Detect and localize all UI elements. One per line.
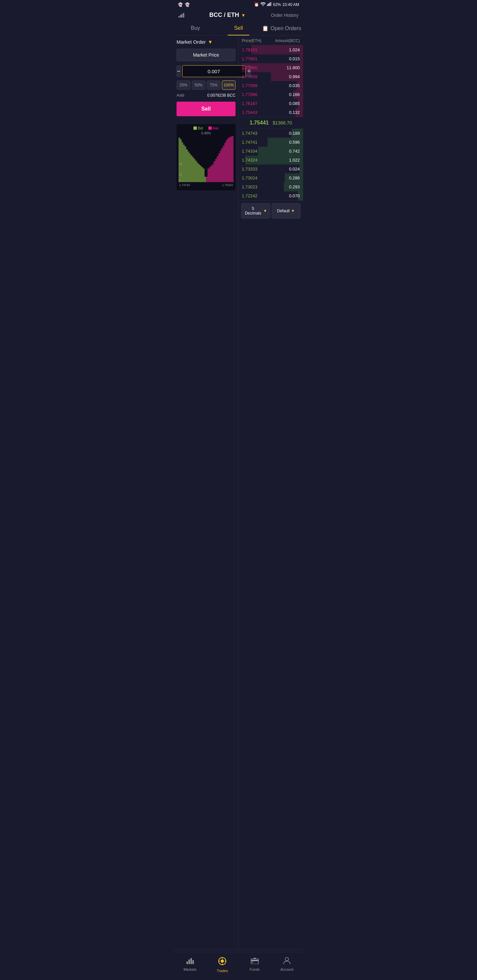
pair-selector[interactable]: BCC / ETH ▼ (209, 11, 246, 19)
bid-row[interactable]: 1.747430.189 (238, 129, 303, 138)
tab-sell[interactable]: Sell (217, 21, 260, 35)
svg-text:0: 0 (179, 179, 181, 182)
orderbook-header: Price(ETH) Amount(BCC) (238, 36, 303, 45)
time-display: 10:40 AM (282, 2, 299, 7)
depth-x-labels: 1.74743 1.75443 (179, 183, 233, 187)
bottom-navigation: Markets Trades Funds (174, 952, 303, 980)
svg-rect-2 (268, 4, 269, 6)
decimals-selector[interactable]: 5 Decimals ▼ (241, 203, 270, 218)
pair-label: BCC / ETH (209, 11, 239, 19)
bid-row[interactable]: 1.747410.596 (238, 138, 303, 147)
default-dropdown-icon: ▼ (291, 208, 295, 213)
svg-marker-6 (179, 137, 206, 182)
ask-row[interactable]: 1.754430.132 (238, 108, 303, 117)
svg-rect-22 (251, 960, 258, 961)
svg-rect-12 (188, 959, 190, 964)
mid-price-value: 1.75441 (249, 120, 269, 126)
amount-header: Amount(BCC) (275, 38, 300, 43)
tab-buy[interactable]: Buy (174, 21, 217, 35)
svg-point-0 (263, 5, 264, 6)
tab-open-orders[interactable]: 📋 Open Orders (260, 21, 303, 35)
svg-rect-4 (270, 2, 271, 6)
ghost-icon: 👻 (178, 2, 183, 7)
svg-point-16 (221, 959, 224, 963)
trades-icon (218, 957, 227, 967)
status-right: ⏰ 62% 10:40 AM (254, 2, 299, 7)
bid-row[interactable]: 1.722420.070 (238, 191, 303, 200)
bid-orders: 1.747430.189 1.747410.596 1.743340.742 1… (238, 129, 303, 200)
market-price-button[interactable]: Market Price (177, 49, 236, 61)
order-form-panel: Market Order ▼ Market Price − + 25% 50% … (174, 36, 238, 950)
svg-text:30: 30 (179, 173, 182, 177)
ask-row[interactable]: 1.761870.085 (238, 99, 303, 108)
ghost2-icon: 👻 (185, 2, 190, 7)
status-left: 👻 👻 (178, 2, 190, 7)
ask-row[interactable]: 1.770860.166 (238, 90, 303, 99)
decimals-bar: 5 Decimals ▼ Default ▼ (238, 200, 303, 221)
signal-bars (267, 2, 272, 7)
bid-legend: Bid (193, 126, 203, 130)
main-content: Market Order ▼ Market Price − + 25% 50% … (174, 36, 303, 950)
alarm-icon: ⏰ (254, 2, 259, 7)
svg-rect-11 (187, 961, 188, 964)
ask-row[interactable]: 1.781011.024 (238, 45, 303, 54)
signal-icon (179, 13, 184, 18)
mid-price-row: 1.75441 $1366.70 (238, 117, 303, 129)
ask-row[interactable]: 1.776590.994 (238, 72, 303, 81)
avbl-value: 0.0078236 BCC (207, 93, 236, 98)
mid-price-usd: $1366.70 (273, 120, 292, 126)
available-balance-row: Avbl 0.0078236 BCC (177, 93, 236, 98)
bid-row[interactable]: 1.733330.024 (238, 165, 303, 173)
bid-row[interactable]: 1.743340.742 (238, 147, 303, 156)
svg-rect-3 (269, 3, 270, 6)
markets-icon (186, 957, 194, 966)
trade-tabs: Buy Sell 📋 Open Orders (174, 21, 303, 36)
percent-50-button[interactable]: 50% (192, 80, 206, 90)
svg-rect-14 (193, 960, 194, 964)
bid-row[interactable]: 1.730230.293 (238, 183, 303, 191)
svg-rect-1 (267, 5, 268, 6)
nav-account[interactable]: Account (271, 955, 303, 975)
nav-funds[interactable]: Funds (238, 955, 271, 975)
funds-label: Funds (249, 967, 260, 971)
svg-text:60: 60 (179, 162, 182, 166)
quantity-row: − + (177, 65, 236, 77)
battery-text: 62% (273, 2, 281, 7)
svg-rect-23 (252, 962, 254, 963)
avbl-label: Avbl (177, 93, 184, 98)
account-label: Account (280, 967, 294, 971)
depth-chart-svg: 60 30 0 (179, 136, 233, 182)
open-orders-icon: 📋 (262, 25, 269, 32)
order-type-dropdown-icon: ▼ (208, 39, 213, 45)
decimals-dropdown-icon: ▼ (263, 208, 267, 213)
order-history-link[interactable]: Order History (271, 13, 298, 18)
header-left (179, 13, 184, 18)
sell-button[interactable]: Sell (177, 102, 236, 116)
bid-row[interactable]: 1.730240.286 (238, 173, 303, 183)
status-bar: 👻 👻 ⏰ 62% 10:40 AM (174, 0, 303, 9)
svg-rect-21 (251, 959, 258, 964)
nav-trades[interactable]: Trades (206, 955, 239, 975)
bid-row[interactable]: 1.743241.022 (238, 156, 303, 165)
depth-legend: Bid Ask (179, 126, 233, 130)
depth-percentage: 0.40% (179, 131, 233, 135)
depth-chart: Bid Ask 0.40% 60 30 0 1.74743 1.7 (177, 124, 236, 190)
percent-25-button[interactable]: 25% (177, 80, 190, 90)
default-selector[interactable]: Default ▼ (272, 203, 301, 218)
quantity-input[interactable] (182, 65, 246, 77)
nav-markets[interactable]: Markets (174, 955, 206, 975)
percent-75-button[interactable]: 75% (207, 80, 221, 90)
percent-100-button[interactable]: 100% (222, 80, 236, 90)
percent-row: 25% 50% 75% 100% (177, 80, 236, 90)
header: BCC / ETH ▼ Order History (174, 9, 303, 21)
price-header: Price(ETH) (242, 38, 262, 43)
svg-rect-5 (271, 2, 272, 6)
svg-rect-13 (190, 958, 192, 964)
ask-row[interactable]: 1.7766011.800 (238, 63, 303, 72)
ask-row[interactable]: 1.776610.015 (238, 54, 303, 63)
order-type-selector[interactable]: Market Order ▼ (177, 39, 236, 45)
quantity-decrease-button[interactable]: − (177, 65, 181, 77)
markets-label: Markets (183, 967, 196, 971)
svg-point-24 (285, 958, 289, 961)
ask-row[interactable]: 1.775890.035 (238, 81, 303, 90)
